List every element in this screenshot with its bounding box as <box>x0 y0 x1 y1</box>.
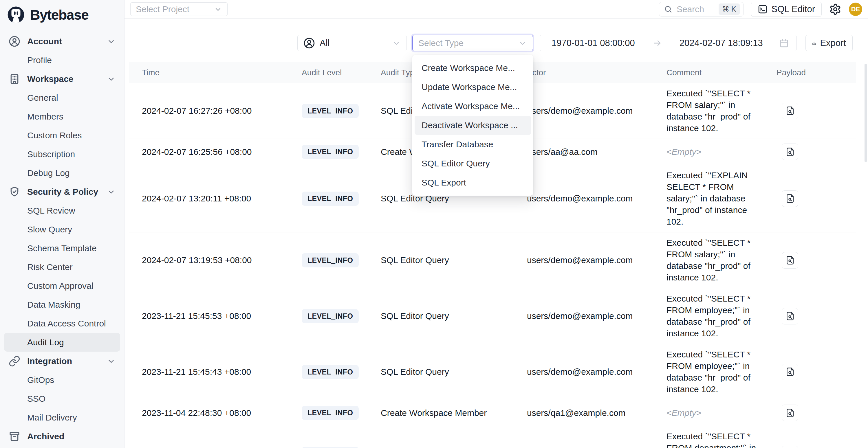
sidebar-item-general[interactable]: General <box>0 88 124 107</box>
sidebar-item-label: Archived <box>27 431 64 441</box>
archive-icon <box>9 430 20 442</box>
cell-payload <box>776 446 856 448</box>
sidebar-item-profile[interactable]: Profile <box>0 51 124 69</box>
type-filter-dropdown: Create Workspace Me...Update Workspace M… <box>412 55 533 196</box>
sidebar-item-custom-approval[interactable]: Custom Approval <box>0 277 124 295</box>
project-select[interactable]: Select Project <box>130 2 227 16</box>
sidebar-item-data-access-control[interactable]: Data Access Control <box>0 314 124 333</box>
sidebar-item-security-policy[interactable]: Security & Policy <box>0 182 124 201</box>
date-to[interactable]: 2024-02-07 18:09:13 <box>680 38 763 48</box>
date-range-picker[interactable]: 1970-01-01 08:00:00 2024-02-07 18:09:13 <box>540 35 797 51</box>
menu-item-activate-workspace-me[interactable]: Activate Workspace Me... <box>414 97 531 116</box>
chevron-down-icon <box>518 39 527 47</box>
table-row: 2023-11-21 15:45:53 +08:00LEVEL_INFOSQL … <box>129 288 856 344</box>
search-shortcut-badge: ⌘ K <box>719 3 740 15</box>
sidebar-item-label: Audit Log <box>27 338 64 347</box>
search-box[interactable]: ⌘ K <box>659 2 744 17</box>
file-search-icon <box>785 256 795 265</box>
user-circle-icon <box>303 37 315 49</box>
cell-actor: users/demo@example.com <box>527 106 666 116</box>
payload-view-button[interactable] <box>782 143 798 160</box>
sidebar-item-label: Security & Policy <box>27 187 98 197</box>
sidebar-item-label: Data Masking <box>27 300 80 310</box>
payload-view-button[interactable] <box>782 252 798 268</box>
cell-audit-level: LEVEL_INFO <box>302 447 381 448</box>
bytebase-logo-icon <box>7 6 25 24</box>
menu-item-sql-editor-query[interactable]: SQL Editor Query <box>414 154 531 173</box>
type-filter-select[interactable]: Select Type <box>412 35 533 51</box>
file-search-icon <box>785 311 795 321</box>
sidebar-item-label: SSO <box>27 394 45 404</box>
menu-item-transfer-database[interactable]: Transfer Database <box>414 135 531 154</box>
cell-audit-level: LEVEL_INFO <box>302 192 381 206</box>
payload-view-button[interactable] <box>782 103 798 119</box>
cell-time: 2023-11-04 22:48:30 +08:00 <box>129 408 302 418</box>
cell-time: 2024-02-07 16:25:56 +08:00 <box>129 147 302 157</box>
scrollbar[interactable] <box>865 64 867 162</box>
payload-view-button[interactable] <box>782 364 798 380</box>
file-search-icon <box>785 367 795 377</box>
sidebar-item-label: Subscription <box>27 149 75 159</box>
export-button[interactable]: Export <box>805 35 852 51</box>
search-input[interactable] <box>676 4 715 14</box>
sidebar-item-mail-delivery[interactable]: Mail Delivery <box>0 408 124 427</box>
payload-view-button[interactable] <box>782 308 798 324</box>
file-search-icon <box>785 147 795 157</box>
cell-comment: Executed `"EXPLAIN SELECT * FROM salary;… <box>666 169 776 227</box>
payload-view-button[interactable] <box>782 190 798 207</box>
sidebar-item-custom-roles[interactable]: Custom Roles <box>0 126 124 145</box>
sidebar-item-data-masking[interactable]: Data Masking <box>0 295 124 314</box>
sidebar-item-slow-query[interactable]: Slow Query <box>0 220 124 239</box>
sidebar-item-label: Mail Delivery <box>27 413 77 422</box>
gear-icon[interactable] <box>829 3 841 15</box>
menu-item-deactivate-workspace[interactable]: Deactivate Workspace ... <box>414 116 531 135</box>
sidebar-item-audit-log[interactable]: Audit Log <box>4 333 120 352</box>
brand-name: Bytebase <box>30 7 88 23</box>
payload-view-button[interactable] <box>782 405 798 421</box>
sidebar-item-integration[interactable]: Integration <box>0 352 124 371</box>
project-select-placeholder: Select Project <box>136 4 189 14</box>
sidebar-item-members[interactable]: Members <box>0 107 124 126</box>
actor-filter-select[interactable]: All <box>297 35 407 51</box>
search-icon <box>664 5 673 13</box>
file-search-icon <box>785 408 795 418</box>
sql-editor-button[interactable]: SQL Editor <box>751 2 822 17</box>
sidebar-item-label: Integration <box>27 356 72 366</box>
payload-view-button[interactable] <box>782 446 798 448</box>
cell-time: 2024-02-07 13:19:53 +08:00 <box>129 255 302 265</box>
cell-actor: users/demo@example.com <box>527 194 666 203</box>
sidebar-item-subscription[interactable]: Subscription <box>0 145 124 163</box>
audit-level-badge: LEVEL_INFO <box>302 309 359 323</box>
sidebar-item-archived[interactable]: Archived <box>0 427 124 446</box>
link-icon <box>9 355 20 367</box>
cell-time: 2024-02-07 16:27:26 +08:00 <box>129 106 302 116</box>
cell-audit-level: LEVEL_INFO <box>302 406 381 420</box>
table-row: 2023-11-04 21:26:24 +08:00LEVEL_INFOSQL … <box>129 426 856 448</box>
sidebar-item-label: Profile <box>27 55 52 65</box>
sidebar-item-workspace[interactable]: Workspace <box>0 69 124 88</box>
date-from[interactable]: 1970-01-01 08:00:00 <box>552 38 635 48</box>
menu-item-update-workspace-me[interactable]: Update Workspace Me... <box>414 77 531 97</box>
sidebar-item-schema-template[interactable]: Schema Template <box>0 239 124 258</box>
sidebar-item-risk-center[interactable]: Risk Center <box>0 258 124 277</box>
sidebar-item-sso[interactable]: SSO <box>0 389 124 408</box>
sidebar-item-label: Slow Query <box>27 225 72 234</box>
cell-actor: users/demo@example.com <box>527 367 666 377</box>
sql-editor-label: SQL Editor <box>772 4 815 14</box>
sidebar-item-label: Members <box>27 112 63 122</box>
avatar[interactable]: DE <box>849 3 862 16</box>
cell-actor: users/aa@aa.com <box>527 147 666 157</box>
menu-item-create-workspace-me[interactable]: Create Workspace Me... <box>414 59 531 77</box>
cell-comment: Executed `"SELECT * FROM employee;"` in … <box>666 293 776 339</box>
cell-actor: users/qa1@example.com <box>527 408 666 418</box>
sidebar-item-account[interactable]: Account <box>0 32 124 51</box>
actor-filter-value: All <box>320 38 330 48</box>
audit-level-badge: LEVEL_INFO <box>302 104 359 118</box>
sidebar-item-debug-log[interactable]: Debug Log <box>0 163 124 182</box>
export-label: Export <box>820 38 846 48</box>
sidebar-item-gitops[interactable]: GitOps <box>0 371 124 389</box>
audit-level-badge: LEVEL_INFO <box>302 253 359 267</box>
chevron-down-icon <box>107 37 116 46</box>
menu-item-sql-export[interactable]: SQL Export <box>414 173 531 192</box>
sidebar-item-sql-review[interactable]: SQL Review <box>0 201 124 220</box>
